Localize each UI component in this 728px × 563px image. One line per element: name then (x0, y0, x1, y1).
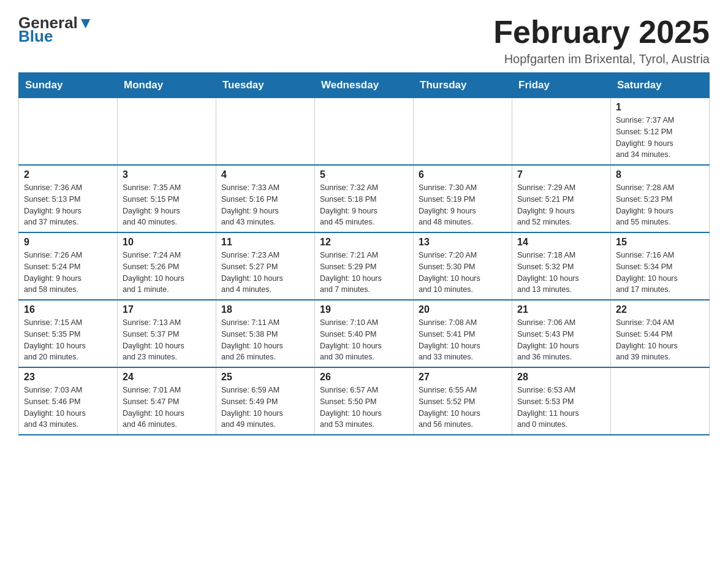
day-number: 1 (616, 102, 704, 113)
table-row (512, 98, 611, 166)
table-row (216, 98, 315, 166)
day-detail: Sunrise: 7:21 AMSunset: 5:29 PMDaylight:… (320, 250, 408, 296)
day-number: 9 (24, 237, 112, 248)
day-number: 4 (221, 169, 309, 180)
day-detail: Sunrise: 6:55 AMSunset: 5:52 PMDaylight:… (419, 385, 507, 431)
day-number: 11 (221, 237, 309, 248)
table-row: 19Sunrise: 7:10 AMSunset: 5:40 PMDayligh… (315, 300, 414, 367)
table-row (19, 98, 118, 166)
day-detail: Sunrise: 7:26 AMSunset: 5:24 PMDaylight:… (24, 250, 112, 296)
day-number: 28 (517, 372, 605, 383)
col-sunday: Sunday (19, 73, 118, 98)
day-detail: Sunrise: 7:37 AMSunset: 5:12 PMDaylight:… (616, 115, 704, 161)
table-row: 12Sunrise: 7:21 AMSunset: 5:29 PMDayligh… (315, 232, 414, 300)
table-row: 7Sunrise: 7:29 AMSunset: 5:21 PMDaylight… (512, 165, 611, 232)
col-monday: Monday (118, 73, 216, 98)
col-tuesday: Tuesday (216, 73, 315, 98)
table-row: 9Sunrise: 7:26 AMSunset: 5:24 PMDaylight… (19, 232, 118, 300)
table-row: 18Sunrise: 7:11 AMSunset: 5:38 PMDayligh… (216, 300, 315, 367)
day-number: 24 (123, 372, 211, 383)
table-row: 8Sunrise: 7:28 AMSunset: 5:23 PMDaylight… (611, 165, 710, 232)
day-detail: Sunrise: 7:11 AMSunset: 5:38 PMDaylight:… (221, 317, 309, 363)
day-detail: Sunrise: 6:57 AMSunset: 5:50 PMDaylight:… (320, 385, 408, 431)
day-detail: Sunrise: 7:01 AMSunset: 5:47 PMDaylight:… (123, 385, 211, 431)
day-detail: Sunrise: 7:29 AMSunset: 5:21 PMDaylight:… (517, 182, 605, 228)
day-detail: Sunrise: 7:18 AMSunset: 5:32 PMDaylight:… (517, 250, 605, 296)
table-row: 15Sunrise: 7:16 AMSunset: 5:34 PMDayligh… (611, 232, 710, 300)
page-header: General▼ Blue February 2025 Hopfgarten i… (18, 15, 710, 66)
calendar-week-row: 2Sunrise: 7:36 AMSunset: 5:13 PMDaylight… (19, 165, 710, 232)
day-number: 13 (419, 237, 507, 248)
day-number: 26 (320, 372, 408, 383)
table-row: 27Sunrise: 6:55 AMSunset: 5:52 PMDayligh… (414, 367, 512, 435)
col-friday: Friday (512, 73, 611, 98)
calendar-header-row: Sunday Monday Tuesday Wednesday Thursday… (19, 73, 710, 98)
day-number: 23 (24, 372, 112, 383)
col-wednesday: Wednesday (315, 73, 414, 98)
table-row: 21Sunrise: 7:06 AMSunset: 5:43 PMDayligh… (512, 300, 611, 367)
calendar-week-row: 16Sunrise: 7:15 AMSunset: 5:35 PMDayligh… (19, 300, 710, 367)
day-number: 25 (221, 372, 309, 383)
day-detail: Sunrise: 7:10 AMSunset: 5:40 PMDaylight:… (320, 317, 408, 363)
day-detail: Sunrise: 7:28 AMSunset: 5:23 PMDaylight:… (616, 182, 704, 228)
table-row: 5Sunrise: 7:32 AMSunset: 5:18 PMDaylight… (315, 165, 414, 232)
col-saturday: Saturday (611, 73, 710, 98)
day-detail: Sunrise: 7:24 AMSunset: 5:26 PMDaylight:… (123, 250, 211, 296)
day-number: 8 (616, 169, 704, 180)
day-number: 22 (616, 304, 704, 315)
calendar-week-row: 9Sunrise: 7:26 AMSunset: 5:24 PMDaylight… (19, 232, 710, 300)
table-row: 28Sunrise: 6:53 AMSunset: 5:53 PMDayligh… (512, 367, 611, 435)
day-detail: Sunrise: 7:20 AMSunset: 5:30 PMDaylight:… (419, 250, 507, 296)
calendar-week-row: 1Sunrise: 7:37 AMSunset: 5:12 PMDaylight… (19, 98, 710, 166)
day-detail: Sunrise: 7:36 AMSunset: 5:13 PMDaylight:… (24, 182, 112, 228)
day-number: 7 (517, 169, 605, 180)
day-detail: Sunrise: 6:53 AMSunset: 5:53 PMDaylight:… (517, 385, 605, 431)
day-number: 5 (320, 169, 408, 180)
day-detail: Sunrise: 7:13 AMSunset: 5:37 PMDaylight:… (123, 317, 211, 363)
table-row: 24Sunrise: 7:01 AMSunset: 5:47 PMDayligh… (118, 367, 216, 435)
logo-blue: Blue (18, 28, 94, 44)
day-number: 16 (24, 304, 112, 315)
table-row: 3Sunrise: 7:35 AMSunset: 5:15 PMDaylight… (118, 165, 216, 232)
day-number: 20 (419, 304, 507, 315)
day-detail: Sunrise: 7:08 AMSunset: 5:41 PMDaylight:… (419, 317, 507, 363)
day-detail: Sunrise: 7:16 AMSunset: 5:34 PMDaylight:… (616, 250, 704, 296)
day-detail: Sunrise: 7:15 AMSunset: 5:35 PMDaylight:… (24, 317, 112, 363)
day-detail: Sunrise: 7:32 AMSunset: 5:18 PMDaylight:… (320, 182, 408, 228)
day-detail: Sunrise: 7:30 AMSunset: 5:19 PMDaylight:… (419, 182, 507, 228)
day-detail: Sunrise: 7:23 AMSunset: 5:27 PMDaylight:… (221, 250, 309, 296)
table-row: 17Sunrise: 7:13 AMSunset: 5:37 PMDayligh… (118, 300, 216, 367)
day-number: 2 (24, 169, 112, 180)
month-title: February 2025 (493, 15, 710, 50)
table-row: 26Sunrise: 6:57 AMSunset: 5:50 PMDayligh… (315, 367, 414, 435)
table-row: 10Sunrise: 7:24 AMSunset: 5:26 PMDayligh… (118, 232, 216, 300)
day-number: 17 (123, 304, 211, 315)
table-row: 22Sunrise: 7:04 AMSunset: 5:44 PMDayligh… (611, 300, 710, 367)
table-row (414, 98, 512, 166)
table-row: 14Sunrise: 7:18 AMSunset: 5:32 PMDayligh… (512, 232, 611, 300)
day-detail: Sunrise: 7:06 AMSunset: 5:43 PMDaylight:… (517, 317, 605, 363)
day-detail: Sunrise: 6:59 AMSunset: 5:49 PMDaylight:… (221, 385, 309, 431)
day-number: 6 (419, 169, 507, 180)
table-row: 20Sunrise: 7:08 AMSunset: 5:41 PMDayligh… (414, 300, 512, 367)
location: Hopfgarten im Brixental, Tyrol, Austria (493, 52, 710, 66)
day-number: 19 (320, 304, 408, 315)
table-row: 16Sunrise: 7:15 AMSunset: 5:35 PMDayligh… (19, 300, 118, 367)
day-number: 27 (419, 372, 507, 383)
table-row: 23Sunrise: 7:03 AMSunset: 5:46 PMDayligh… (19, 367, 118, 435)
day-number: 10 (123, 237, 211, 248)
day-detail: Sunrise: 7:03 AMSunset: 5:46 PMDaylight:… (24, 385, 112, 431)
table-row: 13Sunrise: 7:20 AMSunset: 5:30 PMDayligh… (414, 232, 512, 300)
day-detail: Sunrise: 7:35 AMSunset: 5:15 PMDaylight:… (123, 182, 211, 228)
table-row: 11Sunrise: 7:23 AMSunset: 5:27 PMDayligh… (216, 232, 315, 300)
table-row: 4Sunrise: 7:33 AMSunset: 5:16 PMDaylight… (216, 165, 315, 232)
calendar-table: Sunday Monday Tuesday Wednesday Thursday… (18, 72, 710, 435)
table-row: 2Sunrise: 7:36 AMSunset: 5:13 PMDaylight… (19, 165, 118, 232)
table-row (118, 98, 216, 166)
table-row (611, 367, 710, 435)
day-number: 15 (616, 237, 704, 248)
day-detail: Sunrise: 7:33 AMSunset: 5:16 PMDaylight:… (221, 182, 309, 228)
table-row: 6Sunrise: 7:30 AMSunset: 5:19 PMDaylight… (414, 165, 512, 232)
table-row (315, 98, 414, 166)
day-number: 18 (221, 304, 309, 315)
